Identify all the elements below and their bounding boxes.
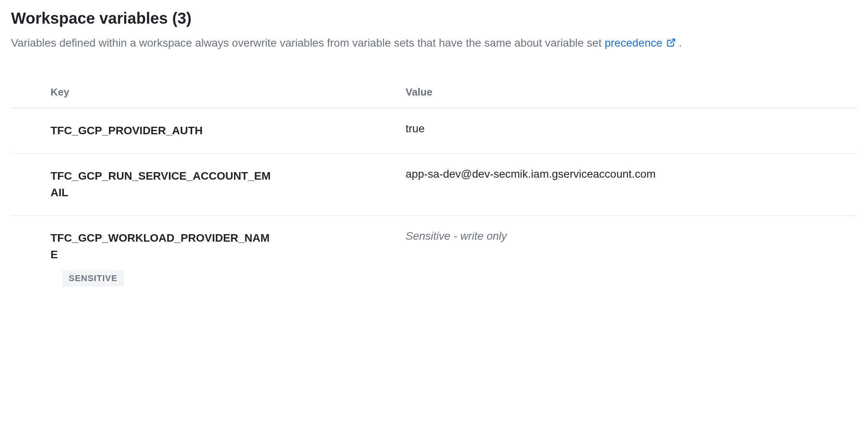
variable-key: TFC_GCP_PROVIDER_AUTH [51,122,271,139]
precedence-link-text: precedence [604,37,662,49]
variable-value: true [406,122,857,135]
variable-key: TFC_GCP_RUN_SERVICE_ACCOUNT_EMAIL [51,168,271,201]
sensitive-badge: SENSITIVE [62,270,124,287]
description-text: Variables defined within a workspace alw… [11,37,604,49]
table-row: TFC_GCP_PROVIDER_AUTHtrue [11,108,857,154]
page-title-text: Workspace variables [11,9,168,27]
variable-key: TFC_GCP_WORKLOAD_PROVIDER_NAME [51,230,271,263]
cell-key: TFC_GCP_PROVIDER_AUTH [51,122,406,139]
table-body: TFC_GCP_PROVIDER_AUTHtrueTFC_GCP_RUN_SER… [11,108,857,301]
variable-value: Sensitive - write only [406,230,857,242]
page-title: Workspace variables (3) [11,9,857,27]
column-header-value: Value [406,86,857,98]
column-header-key: Key [51,86,406,98]
cell-key: TFC_GCP_WORKLOAD_PROVIDER_NAMESENSITIVE [51,230,406,287]
description-post: . [679,37,682,49]
external-link-icon [666,38,676,47]
table-row: TFC_GCP_RUN_SERVICE_ACCOUNT_EMAILapp-sa-… [11,154,857,216]
variable-count: 3 [178,9,186,27]
page-description: Variables defined within a workspace alw… [11,35,857,51]
variable-value: app-sa-dev@dev-secmik.iam.gserviceaccoun… [406,168,857,180]
precedence-link[interactable]: precedence [604,37,679,49]
svg-line-0 [670,39,675,43]
table-row: TFC_GCP_WORKLOAD_PROVIDER_NAMESENSITIVES… [11,216,857,301]
table-header: Key Value [11,77,857,108]
cell-key: TFC_GCP_RUN_SERVICE_ACCOUNT_EMAIL [51,168,406,201]
variables-table: Key Value TFC_GCP_PROVIDER_AUTHtrueTFC_G… [11,77,857,301]
